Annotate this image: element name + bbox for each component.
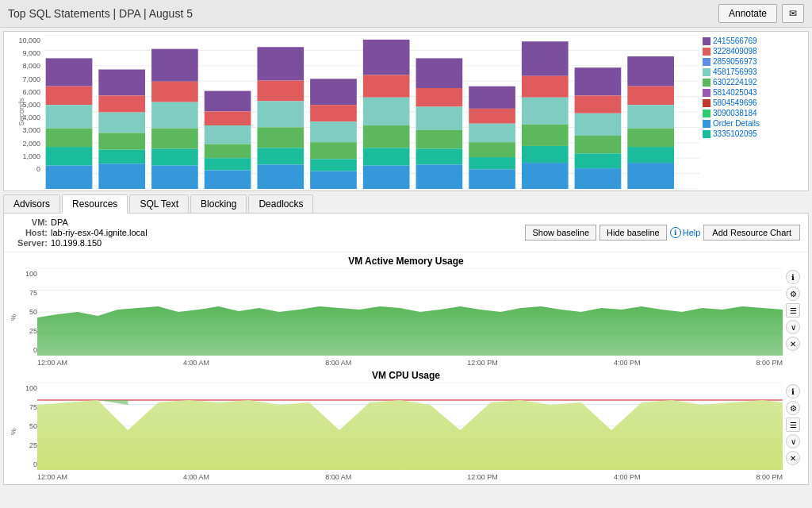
help-link[interactable]: ℹ Help — [670, 227, 701, 238]
legend-link-9[interactable]: Order Details — [713, 119, 760, 128]
vm-info-row: VM: DPA Host: lab-riy-esx-04.ignite.loca… — [4, 214, 808, 252]
y-label-1000: 1,000 — [22, 152, 40, 160]
svg-rect-27 — [151, 148, 198, 165]
legend-item-1[interactable]: 2415566769 — [703, 37, 803, 45]
legend-link-10[interactable]: 3335102095 — [713, 129, 757, 138]
memory-table-button[interactable]: ☰ — [786, 303, 800, 318]
svg-rect-76 — [575, 168, 622, 189]
page-title: Top SQL Statements | DPA | August 5 — [8, 7, 193, 20]
y-axis-unit: Seconds — [17, 98, 25, 125]
mem-x-4am: 4:00 AM — [183, 359, 209, 367]
svg-rect-57 — [416, 148, 463, 164]
cpu-info-button[interactable]: ℹ — [786, 384, 800, 398]
legend-item-7[interactable]: 5804549696 — [703, 98, 803, 107]
mail-button[interactable]: ✉ — [782, 4, 804, 23]
tab-blocking[interactable]: Blocking — [190, 194, 247, 213]
mem-x-8pm: 8:00 PM — [756, 359, 783, 367]
legend-link-5[interactable]: 6302224192 — [713, 78, 757, 87]
memory-chart-section: VM Active Memory Usage % 100 75 50 25 0 — [4, 252, 808, 368]
legend-item-5[interactable]: 6302224192 — [703, 78, 803, 87]
legend-link-3[interactable]: 2859056973 — [713, 57, 757, 66]
tab-resources[interactable]: Resources — [62, 194, 128, 214]
info-icon: ℹ — [670, 227, 681, 238]
svg-rect-31 — [205, 125, 251, 144]
svg-rect-53 — [416, 58, 463, 88]
svg-rect-45 — [310, 159, 357, 171]
cpu-chart-title: VM CPU Usage — [9, 370, 803, 381]
legend-link-8[interactable]: 3090038184 — [713, 109, 757, 117]
mem-x-12pm: 12:00 PM — [467, 359, 498, 367]
cpu-x-4pm: 4:00 PM — [614, 473, 641, 481]
legend-link-7[interactable]: 5804549696 — [713, 98, 757, 107]
svg-rect-77 — [627, 56, 674, 87]
legend-item-2[interactable]: 3228409098 — [703, 47, 803, 56]
show-baseline-button[interactable]: Show baseline — [525, 225, 596, 241]
svg-rect-51 — [363, 148, 410, 165]
svg-rect-13 — [46, 105, 93, 128]
svg-rect-16 — [46, 166, 93, 189]
vm-label: VM: — [12, 217, 48, 227]
svg-rect-65 — [522, 41, 569, 76]
svg-rect-18 — [98, 95, 145, 112]
legend-link-6[interactable]: 5814025043 — [713, 88, 757, 97]
tab-deadlocks[interactable]: Deadlocks — [248, 194, 313, 213]
legend-item-8[interactable]: 3090038184 — [703, 109, 803, 117]
memory-info-button[interactable]: ℹ — [786, 270, 800, 284]
legend-item-9[interactable]: Order Details — [703, 119, 803, 128]
legend-item-4[interactable]: 4581756993 — [703, 67, 803, 76]
cpu-x-12pm: 12:00 PM — [467, 473, 498, 481]
legend-item-10[interactable]: 3335102095 — [703, 129, 803, 138]
legend-link-1[interactable]: 2415566769 — [713, 37, 757, 45]
cpu-chart-svg — [37, 383, 783, 470]
svg-rect-41 — [310, 79, 357, 105]
legend-item-6[interactable]: 5814025043 — [703, 88, 803, 97]
memory-settings-button[interactable]: ⚙ — [786, 287, 800, 301]
cpu-chart-section: VM CPU Usage % 100 75 50 25 0 — [4, 368, 808, 484]
cpu-x-12am: 12:00 AM — [37, 473, 67, 481]
chart-legend: 2415566769 3228409098 2859056973 4581756… — [699, 35, 806, 189]
cpu-close-button[interactable]: ✕ — [786, 451, 800, 465]
help-label: Help — [683, 228, 701, 237]
y-label-3000: 3,000 — [22, 126, 40, 134]
svg-rect-78 — [627, 87, 674, 106]
svg-rect-11 — [46, 58, 93, 86]
cpu-settings-button[interactable]: ⚙ — [786, 401, 800, 415]
svg-rect-36 — [257, 81, 304, 102]
memory-expand-button[interactable]: ∨ — [786, 320, 800, 334]
svg-rect-46 — [310, 171, 357, 189]
resources-panel: VM: DPA Host: lab-riy-esx-04.ignite.loca… — [3, 214, 809, 485]
svg-rect-60 — [469, 109, 515, 124]
tab-sql-text[interactable]: SQL Text — [129, 194, 189, 213]
legend-link-4[interactable]: 4581756993 — [713, 67, 757, 76]
svg-rect-20 — [98, 133, 145, 149]
svg-rect-17 — [98, 70, 145, 96]
tab-advisors[interactable]: Advisors — [3, 194, 60, 213]
y-label-4000: 4,000 — [22, 114, 40, 121]
cpu-expand-button[interactable]: ∨ — [786, 434, 800, 448]
svg-rect-79 — [627, 105, 674, 128]
cpu-table-button[interactable]: ☰ — [786, 418, 800, 432]
mem-x-12am: 12:00 AM — [37, 359, 67, 367]
svg-rect-40 — [257, 164, 304, 189]
svg-rect-80 — [627, 129, 674, 148]
svg-rect-26 — [151, 129, 198, 149]
memory-chart-title: VM Active Memory Usage — [9, 256, 803, 267]
cpu-x-8am: 8:00 AM — [325, 473, 351, 481]
y-label-6000: 6,000 — [22, 88, 40, 96]
memory-close-button[interactable]: ✕ — [786, 337, 800, 351]
svg-rect-44 — [310, 142, 357, 159]
svg-rect-42 — [310, 105, 357, 121]
svg-rect-71 — [575, 67, 622, 95]
svg-rect-67 — [522, 98, 569, 125]
svg-rect-72 — [575, 95, 622, 113]
svg-rect-70 — [522, 163, 569, 189]
legend-item-3[interactable]: 2859056973 — [703, 57, 803, 66]
svg-rect-25 — [151, 102, 198, 129]
svg-rect-62 — [469, 142, 515, 157]
annotate-button[interactable]: Annotate — [718, 4, 777, 23]
add-resource-chart-button[interactable]: Add Resource Chart — [703, 225, 800, 241]
svg-rect-33 — [205, 158, 251, 170]
memory-y-unit: % — [10, 314, 17, 321]
hide-baseline-button[interactable]: Hide baseline — [599, 225, 667, 241]
legend-link-2[interactable]: 3228409098 — [713, 47, 757, 56]
